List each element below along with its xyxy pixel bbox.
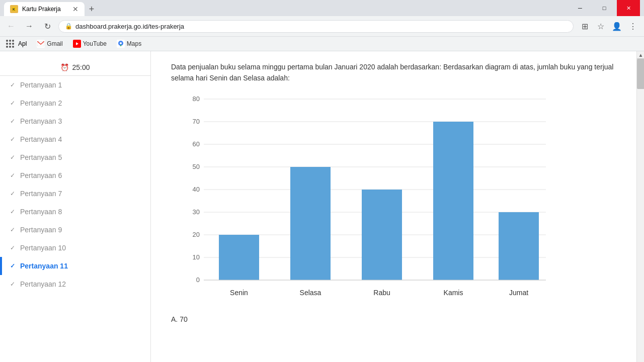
menu-button[interactable]: ⋮ [626, 19, 640, 33]
sidebar-item-label: Pertanyaan 5 [20, 153, 62, 161]
sidebar-item-10[interactable]: ✓Pertanyaan 10 [0, 239, 150, 257]
bar-rabu [362, 190, 402, 280]
sidebar-item-8[interactable]: ✓Pertanyaan 8 [0, 203, 150, 221]
timer-icon: ⏰ [60, 63, 69, 71]
answer-a-value: 70 [180, 315, 188, 323]
maximize-button[interactable]: □ [593, 0, 616, 16]
sidebar-item-3[interactable]: ✓Pertanyaan 3 [0, 112, 150, 130]
maps-label: Maps [127, 40, 141, 47]
maps-bookmark[interactable]: Maps [113, 39, 145, 49]
title-bar: K Kartu Prakerja ✕ + ─ □ ✕ [0, 0, 644, 16]
sidebar-item-5[interactable]: ✓Pertanyaan 5 [0, 148, 150, 166]
check-icon: ✓ [10, 100, 15, 107]
check-icon: ✓ [10, 244, 15, 251]
sidebar: ⏰ 25:00 ✓Pertanyaan 1✓Pertanyaan 2✓Perta… [0, 51, 151, 362]
svg-text:10: 10 [193, 253, 200, 261]
bar-senin [219, 235, 259, 280]
svg-text:50: 50 [193, 163, 200, 170]
profile-button[interactable]: 👤 [610, 19, 624, 33]
sidebar-item-label: Pertanyaan 2 [20, 99, 62, 107]
translate-button[interactable]: ⊞ [578, 19, 592, 33]
check-icon: ✓ [10, 172, 15, 179]
scrollbar-thumb[interactable] [637, 59, 644, 89]
answer-a-label: A. [171, 315, 178, 323]
apps-label: Apl [18, 40, 27, 47]
check-icon: ✓ [10, 136, 15, 143]
question-text: Data penjualan buku selama minggu pertam… [171, 61, 616, 84]
scrollbar[interactable]: ▲ [636, 51, 644, 362]
sidebar-item-label: Pertanyaan 8 [20, 208, 62, 216]
bar-kamis [433, 122, 473, 280]
svg-point-6 [120, 42, 122, 44]
bar-chart: 0 10 20 30 40 50 60 70 80 Senin Selasa R… [171, 94, 564, 305]
svg-text:80: 80 [193, 95, 200, 103]
gmail-label: Gmail [47, 40, 62, 47]
gmail-bookmark[interactable]: Gmail [33, 39, 66, 49]
svg-text:Rabu: Rabu [373, 289, 390, 297]
bar-selasa [290, 167, 331, 280]
back-button[interactable]: ← [4, 19, 18, 33]
svg-text:30: 30 [193, 208, 200, 216]
sidebar-item-9[interactable]: ✓Pertanyaan 9 [0, 221, 150, 239]
content-area: Data penjualan buku selama minggu pertam… [151, 51, 636, 362]
timer-bar: ⏰ 25:00 [0, 59, 150, 76]
answer-section: A. 70 [171, 315, 616, 323]
svg-text:70: 70 [193, 118, 200, 125]
youtube-icon [73, 40, 81, 48]
check-icon: ✓ [10, 154, 15, 161]
tab-bar: K Kartu Prakerja ✕ + [4, 0, 99, 16]
sidebar-item-label: Pertanyaan 3 [20, 117, 62, 125]
svg-text:K: K [13, 8, 15, 11]
check-icon: ✓ [10, 208, 15, 215]
svg-text:Selasa: Selasa [300, 289, 321, 297]
scroll-up-button[interactable]: ▲ [637, 51, 644, 59]
sidebar-item-4[interactable]: ✓Pertanyaan 4 [0, 130, 150, 148]
timer-value: 25:00 [72, 63, 90, 71]
chart-container: 0 10 20 30 40 50 60 70 80 Senin Selasa R… [171, 94, 564, 305]
check-icon: ✓ [10, 281, 15, 288]
svg-text:20: 20 [193, 231, 200, 238]
reload-button[interactable]: ↻ [40, 19, 54, 33]
youtube-bookmark[interactable]: YouTube [69, 39, 111, 49]
gmail-icon [37, 40, 45, 48]
sidebar-item-2[interactable]: ✓Pertanyaan 2 [0, 94, 150, 112]
sidebar-item-label: Pertanyaan 4 [20, 135, 62, 143]
svg-marker-7 [120, 45, 121, 47]
sidebar-item-label: Pertanyaan 1 [20, 81, 62, 89]
minimize-button[interactable]: ─ [569, 0, 592, 16]
tab-close-button[interactable]: ✕ [72, 5, 78, 13]
bookmark-button[interactable]: ☆ [594, 19, 608, 33]
svg-text:60: 60 [193, 140, 200, 148]
tab-title: Kartu Prakerja [22, 6, 61, 13]
main-layout: ⏰ 25:00 ✓Pertanyaan 1✓Pertanyaan 2✓Perta… [0, 51, 644, 362]
youtube-label: YouTube [83, 40, 107, 47]
check-icon: ✓ [10, 81, 15, 88]
window-controls: ─ □ ✕ [569, 0, 640, 16]
browser-actions: ⊞ ☆ 👤 ⋮ [578, 19, 640, 33]
sidebar-item-label: Pertanyaan 7 [20, 190, 62, 198]
lock-icon: 🔒 [65, 23, 72, 30]
address-bar[interactable]: 🔒 dashboard.prakerja.go.id/tes-prakerja [58, 20, 574, 33]
bar-jumat [499, 212, 539, 280]
svg-text:40: 40 [193, 186, 200, 193]
browser-chrome: ← → ↻ 🔒 dashboard.prakerja.go.id/tes-pra… [0, 16, 644, 37]
active-tab[interactable]: K Kartu Prakerja ✕ [4, 2, 85, 16]
tab-favicon: K [10, 5, 18, 13]
sidebar-item-label: Pertanyaan 6 [20, 171, 62, 179]
maps-icon [117, 40, 125, 48]
sidebar-items: ✓Pertanyaan 1✓Pertanyaan 2✓Pertanyaan 3✓… [0, 76, 150, 293]
sidebar-item-7[interactable]: ✓Pertanyaan 7 [0, 185, 150, 203]
svg-text:Kamis: Kamis [444, 289, 463, 297]
sidebar-item-12[interactable]: ✓Pertanyaan 12 [0, 275, 150, 293]
svg-text:Senin: Senin [230, 289, 248, 297]
sidebar-item-11[interactable]: ✓Pertanyaan 11 [0, 257, 150, 275]
sidebar-item-6[interactable]: ✓Pertanyaan 6 [0, 166, 150, 185]
close-button[interactable]: ✕ [617, 0, 640, 16]
check-icon: ✓ [10, 190, 15, 197]
apps-icon[interactable] [4, 38, 16, 50]
check-icon: ✓ [10, 262, 15, 269]
new-tab-button[interactable]: + [85, 2, 99, 16]
bookmarks-bar: Apl Gmail YouTube Maps [0, 37, 644, 51]
forward-button[interactable]: → [22, 19, 36, 33]
sidebar-item-1[interactable]: ✓Pertanyaan 1 [0, 76, 150, 94]
